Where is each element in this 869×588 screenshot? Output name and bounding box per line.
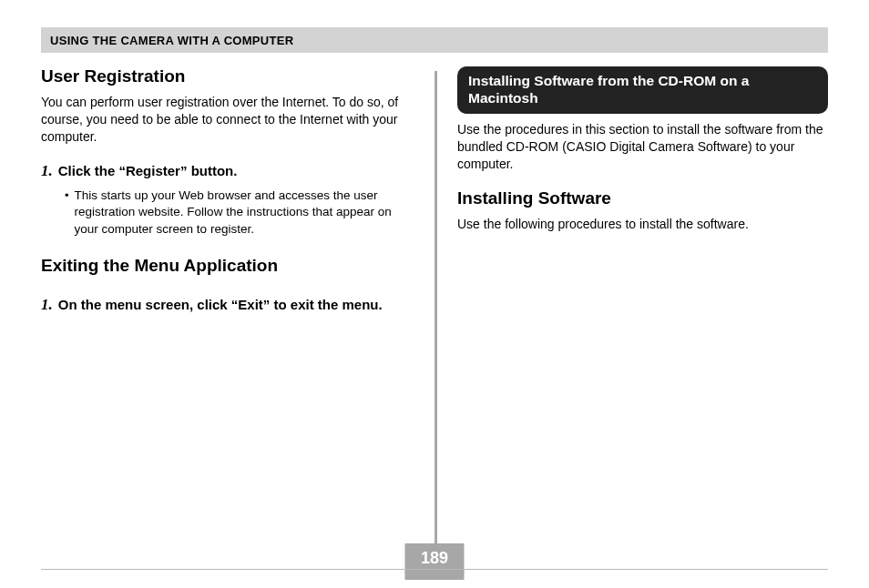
user-registration-intro: You can perform user registration over t… [41, 94, 416, 146]
bullet-text: This starts up your Web browser and acce… [75, 188, 416, 238]
section-header-text: USING THE CAMERA WITH A COMPUTER [50, 34, 293, 47]
right-column: Installing Software from the CD-ROM on a… [434, 66, 828, 549]
step-text: On the menu screen, click “Exit” to exit… [58, 296, 383, 314]
column-divider [434, 71, 437, 549]
user-reg-bullet: • This starts up your Web browser and ac… [65, 188, 416, 238]
exiting-step-1: 1. On the menu screen, click “Exit” to e… [41, 296, 416, 314]
bullet-dot: • [65, 188, 69, 204]
page-number: 189 [421, 549, 448, 568]
installing-title: Installing Software [457, 188, 828, 208]
content-columns: User Registration You can perform user r… [41, 66, 828, 549]
footer-line [41, 569, 828, 570]
mac-install-heading: Installing Software from the CD-ROM on a… [457, 66, 828, 114]
exiting-title: Exiting the Menu Application [41, 256, 416, 276]
user-reg-step-1: 1. Click the “Register” button. [41, 162, 416, 180]
page-footer: 189 [41, 569, 828, 570]
section-header: USING THE CAMERA WITH A COMPUTER [41, 27, 828, 53]
page-number-strip [405, 572, 465, 580]
installing-body: Use the following procedures to install … [457, 216, 828, 233]
step-number: 1. [41, 296, 53, 314]
mac-install-body: Use the procedures in this section to in… [457, 121, 828, 173]
step-number: 1. [41, 162, 53, 180]
step-text: Click the “Register” button. [58, 162, 238, 180]
user-registration-title: User Registration [41, 66, 416, 86]
left-column: User Registration You can perform user r… [41, 66, 434, 549]
